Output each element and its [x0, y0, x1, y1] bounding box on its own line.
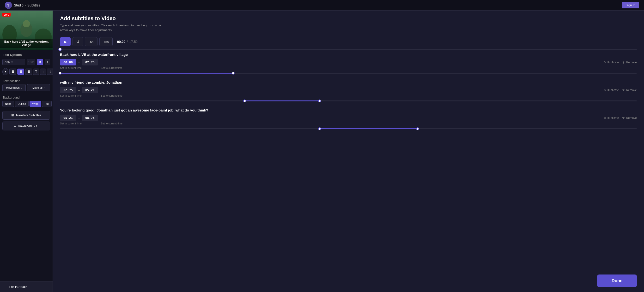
slider-start-thumb[interactable]	[58, 72, 62, 75]
bg-none-button[interactable]: None	[2, 101, 14, 107]
bold-button[interactable]: B	[37, 59, 43, 65]
bg-full-button[interactable]: Full	[42, 101, 52, 107]
move-up-label: Move up	[32, 86, 42, 89]
page-description: Type and time your subtitles. Click each…	[60, 23, 637, 32]
slider-track	[60, 128, 637, 129]
studio-nav-link[interactable]: Studio	[14, 3, 24, 7]
text-align-right-button[interactable]: ☰	[25, 69, 32, 75]
timeline-track[interactable]	[60, 49, 637, 50]
play-button[interactable]: ▶	[60, 37, 70, 46]
left-panel: LIVE Back here LIVE at the waterfrontvil…	[0, 10, 53, 292]
remove-button[interactable]: 🗑 Remove	[622, 116, 637, 120]
move-down-label: Move down	[6, 86, 20, 89]
replay-button[interactable]: ↺	[72, 37, 83, 46]
text-valign-bottom-button[interactable]: ↓̲	[47, 69, 53, 75]
trash-icon: 🗑	[622, 116, 625, 120]
subtitle-card: with my friend the zombie, Jonathan 02.7…	[60, 80, 637, 103]
subtitle-slider[interactable]	[60, 71, 637, 76]
end-time-chip[interactable]: 05.21	[82, 87, 98, 93]
duplicate-button[interactable]: ⧉ Duplicate	[604, 61, 619, 64]
slider-track	[60, 100, 637, 101]
slider-track	[60, 73, 637, 74]
align-left-icon: ☰	[12, 70, 14, 73]
timeline-thumb[interactable]	[58, 48, 62, 51]
align-center-icon: ☰	[20, 70, 22, 73]
done-button[interactable]: Done	[597, 275, 637, 287]
set-end-link[interactable]: Set to current time	[101, 66, 122, 69]
subtitle-slider[interactable]	[60, 99, 637, 103]
start-time-chip[interactable]: 00.00	[60, 59, 76, 65]
main-layout: LIVE Back here LIVE at the waterfrontvil…	[0, 10, 644, 292]
text-align-circle-button[interactable]: ●	[2, 68, 8, 75]
download-srt-button[interactable]: ⬇ Download SRT	[2, 122, 50, 131]
nav-left: S Studio › Subtitles	[5, 2, 40, 9]
slider-fill	[320, 128, 418, 129]
duplicate-button[interactable]: ⧉ Duplicate	[604, 88, 619, 92]
content-header: Add subtitles to Video Type and time you…	[53, 10, 644, 35]
start-time-chip[interactable]: 05.21	[60, 115, 76, 121]
plus5-button[interactable]: +5s	[100, 37, 112, 46]
svg-point-4	[23, 20, 30, 27]
chevron-down-icon: ▾	[11, 60, 13, 64]
text-valign-top-button[interactable]: T̅	[33, 69, 39, 75]
italic-button[interactable]: I	[45, 59, 50, 65]
start-time-chip[interactable]: 02.75	[60, 87, 76, 93]
breadcrumb-chevron: ›	[25, 3, 26, 7]
font-size-select[interactable]: 18 ▾	[27, 59, 35, 65]
slider-end-thumb[interactable]	[318, 100, 321, 102]
slider-start-thumb[interactable]	[318, 127, 321, 130]
page-title: Add subtitles to Video	[60, 15, 637, 21]
slider-start-thumb[interactable]	[243, 100, 246, 102]
text-valign-middle-button[interactable]: ↕	[40, 69, 46, 75]
font-family-select[interactable]: Arial ▾	[2, 59, 25, 65]
timeline-container	[53, 49, 644, 52]
edit-in-studio-button[interactable]: ← Edit in Studio	[0, 282, 52, 292]
text-align-center-button[interactable]: ☰	[17, 69, 24, 75]
text-options-label: Text Options	[0, 50, 52, 58]
valign-middle-icon: ↕	[42, 70, 44, 73]
text-align-left-button[interactable]: ☰	[9, 69, 16, 75]
time-dash: –	[78, 88, 80, 92]
time-dash: –	[78, 116, 80, 120]
translate-subtitles-button[interactable]: ⊞ Translate Subtitles	[2, 111, 50, 120]
set-start-link[interactable]: Set to current time	[60, 94, 82, 97]
set-start-link[interactable]: Set to current time	[60, 66, 82, 69]
align-right-icon: ☰	[27, 70, 30, 73]
text-position-label: Text position	[0, 77, 52, 84]
download-icon: ⬇	[14, 124, 16, 128]
time-display: 00.00 / 17.52	[114, 40, 140, 44]
time-dash: –	[78, 60, 80, 64]
remove-button[interactable]: 🗑 Remove	[622, 88, 637, 92]
set-end-link[interactable]: Set to current time	[101, 122, 122, 125]
minus5-button[interactable]: -5s	[85, 37, 98, 46]
duplicate-icon: ⧉	[604, 116, 606, 120]
subtitle-card: Back here LIVE at the waterfront village…	[60, 52, 637, 76]
slider-end-thumb[interactable]	[232, 72, 234, 75]
total-time: 17.52	[129, 40, 138, 44]
duplicate-button[interactable]: ⧉ Duplicate	[604, 116, 619, 120]
move-up-button[interactable]: Move up ↑	[27, 84, 50, 91]
subtitle-text: You're looking good! Jonathan just got a…	[60, 108, 637, 112]
end-time-chip[interactable]: 02.75	[82, 59, 98, 65]
set-end-link[interactable]: Set to current time	[101, 94, 122, 97]
slider-end-thumb[interactable]	[416, 127, 419, 130]
breadcrumb: Studio › Subtitles	[14, 3, 40, 7]
bg-outline-button[interactable]: Outline	[15, 101, 28, 107]
sign-in-button[interactable]: Sign In	[622, 2, 639, 8]
current-time: 00.00	[117, 40, 125, 44]
top-nav: S Studio › Subtitles Sign In	[0, 0, 644, 10]
set-start-link[interactable]: Set to current time	[60, 122, 82, 125]
subtitle-slider[interactable]	[60, 126, 637, 131]
background-controls: None Outline Wrap Full	[0, 101, 52, 110]
translate-icon: ⊞	[11, 113, 14, 117]
video-preview: LIVE Back here LIVE at the waterfrontvil…	[0, 10, 53, 50]
move-down-button[interactable]: Move down ↓	[2, 84, 26, 91]
replay-icon: ↺	[76, 39, 80, 44]
studio-logo-icon: S	[5, 2, 12, 9]
bg-wrap-button[interactable]: Wrap	[30, 101, 41, 107]
end-time-chip[interactable]: 08.78	[82, 115, 98, 121]
duplicate-icon: ⧉	[604, 61, 606, 64]
live-badge: LIVE	[2, 13, 10, 16]
slider-fill	[60, 73, 233, 74]
remove-button[interactable]: 🗑 Remove	[622, 61, 637, 64]
